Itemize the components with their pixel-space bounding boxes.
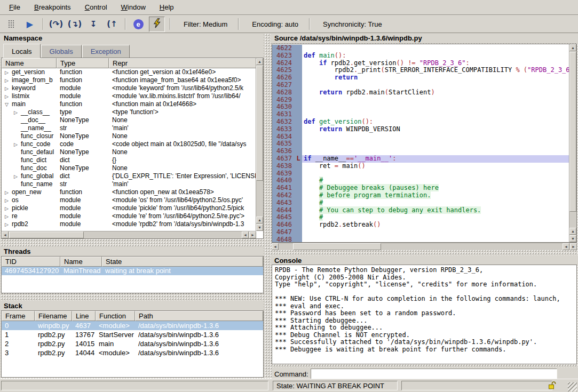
source-line[interactable]: 4631 — [272, 111, 569, 118]
stack-frame-row[interactable]: 0winpdb.py4637<module>/data/sys/bin/winp… — [2, 321, 263, 330]
stack-frame-row[interactable]: 2rpdb2.py14015main/data/sys/bin/winpdb-1… — [2, 339, 263, 348]
column-header-name[interactable]: Name — [2, 58, 57, 68]
namespace-row[interactable]: ▷get_versionfunction<function get_versio… — [2, 68, 263, 76]
expand-icon[interactable]: ▷ — [14, 141, 21, 148]
namespace-row[interactable]: ▷rpdb2module<module 'rpdb2' from '/data/… — [2, 220, 263, 228]
source-line[interactable]: 4648 — [272, 236, 569, 243]
menu-help[interactable]: Help — [153, 1, 181, 13]
source-line[interactable]: 4645 # — [272, 214, 569, 221]
namespace-row[interactable]: ▷remodule<module 're' from '/usr/lib64/p… — [2, 212, 263, 220]
expand-icon[interactable]: ▷ — [5, 69, 12, 76]
column-header-function[interactable]: Function — [96, 311, 135, 321]
scroll-thumb[interactable] — [9, 231, 84, 238]
break-button[interactable] — [3, 17, 19, 32]
expand-icon[interactable]: ▷ — [5, 77, 12, 84]
namespace-row[interactable]: ▷open_newfunction<function open_new at 0… — [2, 188, 263, 196]
expand-icon[interactable]: ▷ — [5, 197, 12, 204]
goto-button[interactable]: ↧ — [85, 17, 101, 32]
source-line[interactable]: 4643 # — [272, 199, 569, 207]
column-header-frame[interactable]: Frame — [2, 311, 35, 321]
column-header-state[interactable]: State — [102, 257, 263, 267]
menu-breakpoints[interactable]: Breakpoints — [27, 1, 78, 13]
namespace-row[interactable]: func_defaulNoneTypeNone — [2, 148, 263, 156]
scroll-left-icon[interactable]: ◄ — [272, 243, 279, 250]
column-header-tid[interactable]: TID — [2, 257, 60, 267]
namespace-row[interactable]: ▷osmodule<module 'os' from '/usr/lib64/p… — [2, 196, 263, 204]
namespace-row[interactable]: ▷func_globaldict{'DLG_EXPR_TITLE': 'Ente… — [2, 172, 263, 180]
source-line[interactable]: 4636 — [272, 148, 569, 155]
tab-globals[interactable]: Globals — [41, 45, 82, 58]
source-hscrollbar[interactable]: ◄ ◄ ► — [272, 243, 577, 250]
scroll-down-icon[interactable]: ▼ — [256, 224, 263, 231]
source-line[interactable]: 4646 rpdb2.setbreak() — [272, 221, 569, 229]
source-line[interactable]: 4625 rpdb2._print(STR_ERROR_INTERFACE_CO… — [272, 67, 569, 74]
namespace-row[interactable]: func_dictdict{} — [2, 156, 263, 164]
encoding-button[interactable]: e — [130, 17, 146, 32]
source-line[interactable]: 4626 return — [272, 74, 569, 82]
tab-exception[interactable]: Exception — [82, 45, 130, 58]
namespace-vscrollbar[interactable]: ▲ ▲ ▼ — [256, 58, 263, 231]
scroll-up-icon[interactable]: ▲ — [569, 44, 576, 51]
source-line[interactable]: 4624 if rpdb2.get_version() != "RPDB_2_3… — [272, 60, 569, 67]
command-input[interactable] — [311, 369, 557, 379]
scroll-down-icon[interactable]: ▼ — [569, 235, 576, 242]
source-line[interactable]: 4639 — [272, 170, 569, 178]
source-line[interactable]: 4627 — [272, 82, 569, 89]
source-line[interactable]: 4632def get_version(): — [272, 118, 569, 126]
source-line[interactable]: 4629 — [272, 97, 569, 104]
scroll-left-icon[interactable]: ◄ — [242, 231, 249, 238]
source-line[interactable]: 4647 — [272, 229, 569, 236]
source-line[interactable]: 4628 return rpdb2.main(StartClient) — [272, 89, 569, 97]
namespace-row[interactable]: ▷__class__type<type 'function'> — [2, 108, 263, 116]
column-header-path[interactable]: Path — [135, 311, 263, 321]
source-editor[interactable]: 46224623def main():4624 if rpdb2.get_ver… — [272, 44, 577, 243]
column-header-line[interactable]: Line — [72, 311, 96, 321]
source-line[interactable]: 4642 # before program termination. — [272, 192, 569, 199]
expand-icon[interactable]: ▷ — [14, 109, 21, 116]
tab-locals[interactable]: Locals — [3, 44, 41, 58]
expand-icon[interactable]: ▷ — [14, 173, 21, 180]
expand-icon[interactable]: ▷ — [5, 189, 12, 196]
source-line[interactable]: 4635 — [272, 140, 569, 148]
scroll-thumb[interactable] — [569, 52, 576, 212]
source-line[interactable]: 4633 return WINPDB_VERSION — [272, 126, 569, 133]
scroll-thumb[interactable] — [256, 66, 263, 181]
namespace-row[interactable]: __doc__NoneTypeNone — [2, 116, 263, 124]
source-line[interactable]: 4634 — [272, 133, 569, 141]
synchronicity-button[interactable] — [149, 17, 165, 32]
column-header-type[interactable]: Type — [57, 58, 109, 68]
scroll-thumb[interactable] — [293, 243, 381, 250]
namespace-row[interactable]: ▷func_codecode<code object main at 0x180… — [2, 140, 263, 148]
namespace-row[interactable]: ▷image_from_bfunction<function image_fro… — [2, 76, 263, 84]
namespace-row[interactable]: func_namestr'main' — [2, 180, 263, 188]
current-source-line[interactable]: 4637Lif __name__=='__main__': — [272, 155, 569, 163]
namespace-row[interactable]: ▽mainfunction<function main at 0x1ef4668… — [2, 100, 263, 108]
source-line[interactable]: 4622 — [272, 45, 569, 52]
source-line[interactable]: 4630 — [272, 103, 569, 111]
menu-control[interactable]: Control — [78, 1, 114, 13]
namespace-row[interactable]: func_closurNoneTypeNone — [2, 132, 263, 140]
scroll-up-icon[interactable]: ▲ — [256, 58, 263, 65]
return-button[interactable]: (↑ — [104, 17, 120, 32]
collapse-icon[interactable]: ▽ — [5, 101, 12, 108]
namespace-row[interactable]: ▷picklemodule<module 'pickle' from '/usr… — [2, 204, 263, 212]
menu-window[interactable]: Window — [114, 1, 153, 13]
expand-icon[interactable]: ▷ — [5, 93, 12, 100]
scroll-left-icon[interactable]: ◄ — [563, 243, 569, 250]
namespace-row[interactable]: __name__str'main' — [2, 124, 263, 132]
scroll-up-icon[interactable]: ▲ — [569, 228, 576, 235]
expand-icon[interactable]: ▷ — [5, 205, 12, 212]
scroll-right-icon[interactable]: ► — [570, 243, 577, 250]
namespace-row[interactable]: ▷listmixmodule<module 'wx.lib.mixins.lis… — [2, 92, 263, 100]
splitter-vertical[interactable] — [264, 33, 271, 379]
expand-icon[interactable]: ▷ — [5, 85, 12, 92]
menu-file[interactable]: File — [2, 1, 27, 13]
stack-frame-row[interactable]: 1rpdb2.py13767StartServer/data/sys/bin/w… — [2, 330, 263, 339]
scroll-right-icon[interactable]: ► — [249, 231, 256, 238]
namespace-row[interactable]: ▷keywordmodule<module 'keyword' from '/u… — [2, 84, 263, 92]
source-line[interactable]: 4640 # — [272, 177, 569, 185]
resize-grip[interactable] — [568, 382, 577, 391]
source-line[interactable]: 4638 ret = main() — [272, 163, 569, 170]
thread-row[interactable]: 46974534127920MainThreadwaiting at break… — [2, 267, 263, 275]
next-button[interactable]: (↷) — [48, 17, 64, 32]
